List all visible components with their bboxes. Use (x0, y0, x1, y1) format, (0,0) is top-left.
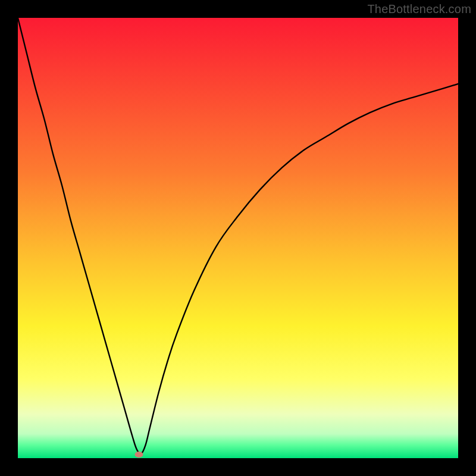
chart-svg (18, 18, 458, 458)
chart-frame: TheBottleneck.com (0, 0, 476, 476)
watermark-label: TheBottleneck.com (367, 2, 471, 16)
plot-area (18, 18, 458, 458)
optimal-point-marker (135, 452, 143, 458)
chart-background (18, 18, 458, 458)
